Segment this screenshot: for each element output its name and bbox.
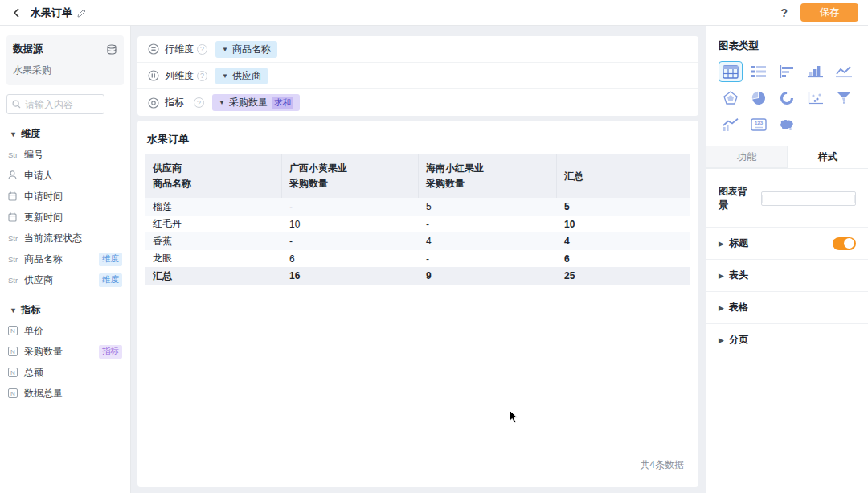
question-icon[interactable]: ?	[197, 44, 207, 55]
table-row: 红毛丹 10 - 10	[145, 216, 690, 233]
chart-background-label: 图表背景	[719, 185, 751, 212]
metric-label: 指标	[165, 96, 184, 109]
metric-badge: 指标	[99, 345, 122, 359]
pivot-config-card: 行维度 ? ▼ 商品名称 列维度 ? ▼ 供应商 指标 ? ▼ 采购数量 求和	[137, 36, 698, 116]
table-row: 香蕉 - 4 4	[145, 232, 690, 250]
pivot-header-row: 供应商 商品名称 广西小黄果业 采购数量 海南小红果业 采购数量 汇总	[145, 154, 690, 198]
chevron-down-icon: ▼	[222, 72, 228, 80]
column-dimension-chip[interactable]: ▼ 供应商	[215, 68, 268, 84]
chart-type-radar-icon[interactable]	[719, 88, 743, 109]
table-row: 龙眼 6 - 6	[145, 250, 690, 268]
datasource-name: 水果采购	[13, 64, 117, 77]
dimension-badge: 维度	[99, 273, 122, 287]
top-bar: 水果订单 ? 保存	[0, 0, 868, 26]
chart-type-bar-horizontal-icon[interactable]	[775, 61, 799, 82]
question-icon[interactable]: ?	[194, 97, 204, 108]
question-icon[interactable]: ?	[197, 71, 207, 81]
back-icon[interactable]	[10, 6, 24, 20]
metric-chip[interactable]: ▼ 采购数量 求和	[212, 94, 300, 111]
chevron-right-icon: ▶	[719, 304, 724, 312]
chart-type-funnel-icon[interactable]	[832, 88, 856, 109]
column-dimension-config: 列维度 ? ▼ 供应商	[137, 63, 698, 89]
collapse-all-button[interactable]: —	[111, 99, 121, 109]
help-icon[interactable]: ?	[780, 6, 788, 19]
field-item[interactable]: 申请时间	[6, 186, 124, 207]
field-search[interactable]	[6, 94, 104, 114]
search-input[interactable]	[25, 99, 99, 110]
number-field-icon: N	[8, 347, 24, 356]
search-icon	[12, 100, 21, 109]
chart-type-label: 图表类型	[719, 39, 856, 53]
chart-type-pivot-table-icon[interactable]	[719, 61, 743, 82]
calendar-icon	[8, 212, 24, 222]
field-item[interactable]: Str 编号	[6, 144, 124, 165]
section-table-header[interactable]: ▶ 表头	[706, 259, 868, 291]
chart-type-scatter-icon[interactable]	[804, 88, 828, 109]
chart-type-line-icon[interactable]	[832, 61, 856, 82]
metrics-section-header[interactable]: ▼ 指标	[10, 303, 121, 317]
aggregation-badge: 求和	[272, 97, 293, 109]
chevron-down-icon: ▼	[219, 99, 225, 106]
number-field-icon: N	[8, 326, 24, 335]
section-title[interactable]: ▶ 标题	[706, 227, 868, 259]
page-title: 水果订单	[31, 6, 72, 20]
calendar-icon	[8, 191, 24, 201]
pivot-corner-cell: 供应商 商品名称	[145, 154, 282, 198]
pivot-table: 供应商 商品名称 广西小黄果业 采购数量 海南小红果业 采购数量 汇总 榴莲 -	[145, 154, 690, 285]
chart-type-map-icon[interactable]	[775, 114, 799, 135]
chevron-right-icon: ▶	[719, 272, 724, 280]
chart-type-number-card-icon[interactable]: 123	[747, 114, 771, 135]
field-item[interactable]: 更新时间	[6, 207, 124, 228]
number-field-icon: N	[8, 388, 24, 398]
edit-title-icon[interactable]	[77, 8, 87, 18]
datasource-card[interactable]: 数据源 水果采购	[6, 35, 124, 85]
field-item[interactable]: N 采购数量 指标	[6, 341, 124, 362]
save-button[interactable]: 保存	[800, 3, 858, 22]
database-icon[interactable]	[106, 44, 117, 55]
pivot-total-header: 汇总	[557, 154, 690, 198]
metric-icon	[148, 97, 159, 109]
chevron-down-icon: ▼	[222, 46, 228, 53]
chart-background-row: 图表背景	[719, 185, 856, 212]
metric-config: 指标 ? ▼ 采购数量 求和	[137, 89, 698, 116]
field-item[interactable]: N 总额	[6, 362, 124, 383]
field-item[interactable]: N 数据总量	[6, 383, 124, 404]
column-dimension-label: 列维度	[165, 69, 194, 83]
settings-tabs: 功能 样式	[706, 146, 868, 169]
color-swatch	[762, 195, 855, 203]
number-field-icon: N	[8, 368, 24, 377]
table-row: 榴莲 - 5 5	[145, 198, 690, 216]
chevron-right-icon: ▶	[719, 336, 724, 344]
chart-type-pie-icon[interactable]	[747, 88, 771, 109]
row-dimension-label: 行维度	[165, 43, 194, 56]
dimensions-section-header[interactable]: ▼ 维度	[10, 127, 121, 141]
row-dimension-config: 行维度 ? ▼ 商品名称	[137, 36, 698, 63]
field-item[interactable]: Str 供应商 维度	[6, 269, 124, 290]
field-item[interactable]: Str 当前流程状态	[6, 228, 124, 249]
chart-type-combo-icon[interactable]	[719, 114, 743, 135]
field-item[interactable]: N 单价	[6, 320, 124, 341]
pivot-column-header: 海南小红果业 采购数量	[419, 154, 557, 198]
title-toggle[interactable]	[833, 237, 856, 250]
text-field-icon: Str	[8, 276, 24, 285]
field-item[interactable]: Str 商品名称 维度	[6, 249, 124, 269]
datasource-label: 数据源	[13, 43, 43, 56]
field-item[interactable]: 申请人	[6, 165, 124, 186]
chart-type-bar-vertical-icon[interactable]	[804, 61, 828, 82]
pivot-table-title: 水果订单	[147, 132, 689, 146]
chart-type-ring-icon[interactable]	[775, 88, 799, 109]
record-count: 共4条数据	[640, 458, 684, 472]
tab-style[interactable]: 样式	[788, 146, 868, 168]
dimension-badge: 维度	[99, 253, 122, 266]
chart-canvas: 行维度 ? ▼ 商品名称 列维度 ? ▼ 供应商 指标 ? ▼ 采购数量 求和	[132, 26, 706, 493]
tab-function[interactable]: 功能	[706, 146, 788, 168]
text-field-icon: Str	[8, 255, 24, 264]
background-color-picker[interactable]	[761, 191, 856, 206]
row-dimension-chip[interactable]: ▼ 商品名称	[215, 41, 277, 58]
section-table[interactable]: ▶ 表格	[706, 291, 868, 323]
field-sidebar: 数据源 水果采购 — ▼ 维度 Str 编号 申请人 申请时间	[0, 26, 131, 493]
chevron-down-icon: ▼	[10, 130, 17, 138]
section-paging[interactable]: ▶ 分页	[706, 323, 868, 355]
chart-type-detail-table-icon[interactable]	[747, 61, 771, 82]
pivot-total-row: 汇总 16 9 25	[145, 267, 690, 285]
